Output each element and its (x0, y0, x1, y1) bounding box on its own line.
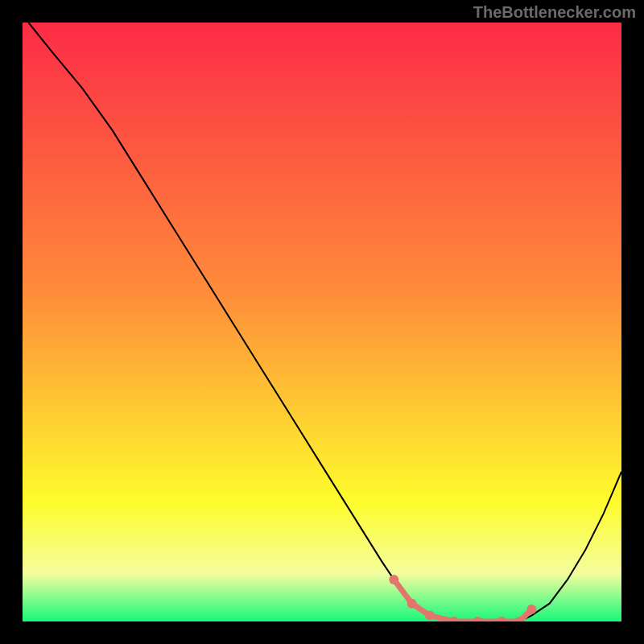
watermark-text: TheBottlenecker.com (473, 3, 636, 22)
bottleneck-chart (23, 23, 621, 621)
gradient-background (23, 23, 621, 621)
